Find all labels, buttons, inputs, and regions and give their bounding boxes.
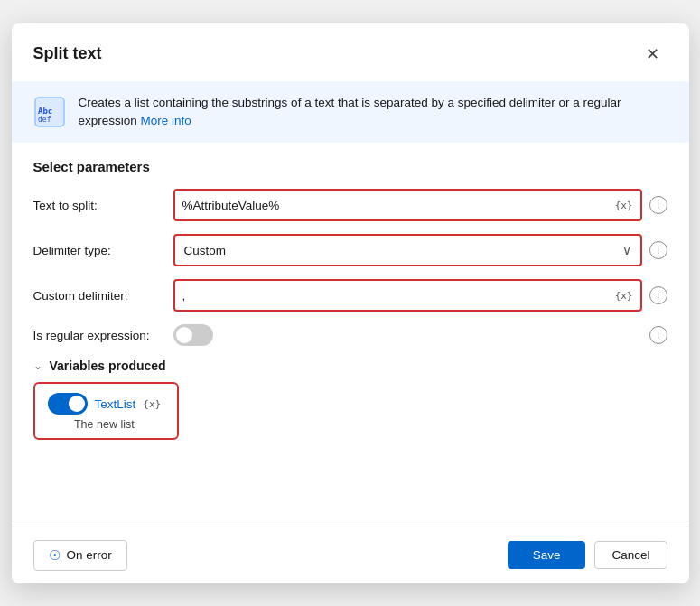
- delimiter-type-dropdown[interactable]: Custom ∨: [173, 234, 642, 266]
- textlist-var-desc: The new list: [48, 418, 162, 431]
- on-error-button[interactable]: ☉ On error: [33, 540, 127, 571]
- custom-delimiter-input[interactable]: [182, 289, 611, 303]
- textlist-var-name: TextList: [95, 397, 136, 411]
- variables-section-header[interactable]: ⌄ Variables produced: [33, 359, 667, 373]
- more-info-link[interactable]: More info: [141, 114, 191, 127]
- shield-icon: ☉: [49, 547, 61, 564]
- toggle-slider: [173, 324, 213, 346]
- delimiter-type-value: Custom: [184, 244, 622, 257]
- cancel-button[interactable]: Cancel: [594, 541, 667, 569]
- variables-section: ⌄ Variables produced TextList {x} The ne…: [33, 359, 667, 440]
- text-to-split-control: {x} i: [173, 189, 667, 221]
- info-banner: Abc def Creates a list containing the su…: [12, 81, 689, 144]
- collapse-icon: ⌄: [33, 359, 42, 372]
- svg-text:Abc: Abc: [38, 107, 52, 116]
- text-to-split-badge: {x}: [615, 200, 633, 211]
- abc-icon: Abc def: [33, 96, 66, 128]
- is-regex-label: Is regular expression:: [33, 329, 173, 342]
- split-text-dialog: Split text ✕ Abc def Creates a list cont…: [12, 23, 689, 583]
- textlist-var-badge: {x}: [143, 398, 161, 410]
- is-regex-toggle[interactable]: [173, 324, 213, 346]
- is-regex-toggle-container: [173, 324, 213, 346]
- variables-card-row: TextList {x}: [48, 393, 162, 415]
- toggle-on-track: [48, 393, 88, 415]
- close-button[interactable]: ✕: [639, 40, 667, 69]
- text-to-split-input-wrapper[interactable]: {x}: [173, 189, 642, 221]
- custom-delimiter-label: Custom delimiter:: [33, 289, 173, 303]
- footer-left: ☉ On error: [33, 540, 127, 571]
- is-regex-row: Is regular expression: i: [33, 324, 667, 346]
- variables-section-label: Variables produced: [50, 359, 166, 373]
- dialog-footer: ☉ On error Save Cancel: [12, 527, 689, 583]
- banner-text: Creates a list containing the substrings…: [79, 94, 667, 131]
- custom-delimiter-control: {x} i: [173, 279, 667, 312]
- dialog-header: Split text ✕: [12, 23, 689, 81]
- custom-delimiter-badge: {x}: [615, 290, 633, 302]
- is-regex-info-icon[interactable]: i: [649, 326, 667, 344]
- toggle-on-thumb: [69, 396, 85, 412]
- textlist-toggle[interactable]: [48, 393, 88, 415]
- dialog-body: Select parameters Text to split: {x} i D…: [12, 143, 689, 519]
- custom-delimiter-row: Custom delimiter: {x} i: [33, 279, 667, 312]
- delimiter-type-row: Delimiter type: Custom ∨ i: [33, 234, 667, 266]
- text-to-split-label: Text to split:: [33, 199, 173, 212]
- text-to-split-row: Text to split: {x} i: [33, 189, 667, 221]
- delimiter-type-info-icon[interactable]: i: [649, 241, 667, 259]
- delimiter-type-label: Delimiter type:: [33, 244, 173, 257]
- delimiter-type-control: Custom ∨ i: [173, 234, 667, 266]
- params-section-title: Select parameters: [33, 159, 667, 174]
- is-regex-control: i: [173, 324, 667, 346]
- footer-right: Save Cancel: [508, 541, 667, 569]
- chevron-down-icon: ∨: [622, 243, 631, 257]
- svg-text:def: def: [38, 116, 51, 124]
- variables-card: TextList {x} The new list: [33, 382, 180, 440]
- custom-delimiter-input-wrapper[interactable]: {x}: [173, 279, 642, 312]
- text-to-split-info-icon[interactable]: i: [649, 196, 667, 214]
- text-to-split-input[interactable]: [182, 199, 611, 212]
- custom-delimiter-info-icon[interactable]: i: [649, 286, 667, 304]
- save-button[interactable]: Save: [508, 541, 586, 569]
- dialog-title: Split text: [33, 44, 102, 63]
